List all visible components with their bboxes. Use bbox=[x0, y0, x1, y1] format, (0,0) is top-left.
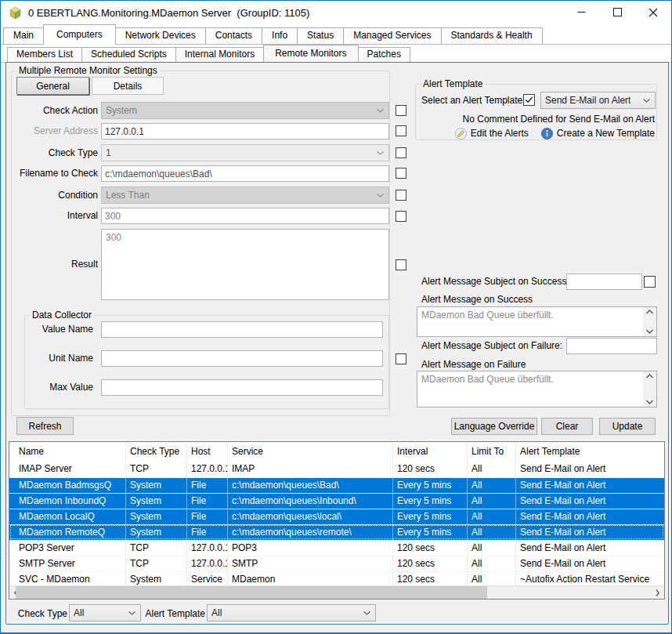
table-cell: All bbox=[468, 556, 516, 571]
title-bar: 0 EBERTLANG.Monitoring.MDaemon Server (G… bbox=[1, 1, 671, 24]
column-header-service[interactable]: Service bbox=[228, 442, 393, 462]
table-cell: TCP bbox=[126, 462, 187, 477]
unit-name-override-checkbox[interactable] bbox=[396, 353, 406, 364]
interval-override-checkbox[interactable] bbox=[396, 211, 406, 222]
monitor-table-body: IMAP ServerTCP127.0.0.1IMAP120 secsAllSe… bbox=[9, 462, 664, 587]
tab-info[interactable]: Info bbox=[262, 27, 298, 44]
table-cell: TCP bbox=[126, 556, 187, 571]
result-textarea[interactable]: 300 bbox=[101, 229, 389, 300]
message-success-textarea[interactable]: MDaemon Bad Queue überfüllt. bbox=[417, 306, 657, 337]
message-failure-label: Alert Message on Failure bbox=[421, 358, 578, 371]
filter-check-type-value: All bbox=[74, 607, 84, 618]
result-override-checkbox[interactable] bbox=[396, 259, 406, 270]
check-type-override-checkbox[interactable] bbox=[396, 147, 406, 158]
server-address-input[interactable] bbox=[101, 123, 389, 139]
column-header-limit-to[interactable]: Limit To bbox=[468, 442, 516, 462]
table-cell: MDaemon BadmsgsQ bbox=[9, 478, 126, 493]
filter-check-type-label: Check Type bbox=[16, 605, 67, 622]
value-name-input[interactable] bbox=[101, 321, 383, 338]
alert-template-select[interactable]: Send E-Mail on Alert bbox=[540, 92, 656, 109]
column-header-alert-template[interactable]: Alert Template bbox=[516, 442, 664, 462]
create-template-link[interactable]: Create a New Template bbox=[541, 128, 655, 139]
tab-computers[interactable]: Computers bbox=[43, 24, 116, 45]
table-row[interactable]: IMAP ServerTCP127.0.0.1IMAP120 secsAllSe… bbox=[9, 462, 664, 477]
table-row[interactable]: MDaemon RemoteQSystemFilec:\mdaemon\queu… bbox=[9, 524, 664, 540]
scrollbar-thumb[interactable] bbox=[16, 586, 487, 599]
check-action-override-checkbox[interactable] bbox=[396, 105, 406, 116]
column-header-name[interactable]: Name bbox=[9, 442, 126, 462]
table-cell: c:\mdaemon\queues\remote\ bbox=[228, 525, 393, 540]
filter-alert-template-select[interactable]: All bbox=[207, 604, 376, 621]
subject-success-input[interactable] bbox=[566, 274, 642, 290]
tab-managed-services[interactable]: Managed Services bbox=[343, 27, 441, 44]
max-value-input[interactable] bbox=[101, 379, 383, 396]
subject-success-override-checkbox[interactable] bbox=[644, 276, 656, 288]
filename-label: Filename to Check bbox=[12, 165, 98, 182]
tab-scheduled-scripts[interactable]: Scheduled Scripts bbox=[81, 47, 176, 62]
tab-patches[interactable]: Patches bbox=[358, 47, 410, 62]
close-button[interactable] bbox=[635, 1, 671, 24]
table-row[interactable]: SMTP ServerTCP127.0.0.1SMTP120 secsAllSe… bbox=[9, 556, 664, 571]
message-success-value: MDaemon Bad Queue überfüllt. bbox=[421, 310, 639, 321]
filename-input[interactable] bbox=[101, 165, 389, 182]
table-cell: 120 secs bbox=[393, 541, 468, 556]
edit-alerts-label: Edit the Alerts bbox=[471, 128, 529, 139]
tab-network-devices[interactable]: Network Devices bbox=[115, 27, 206, 44]
language-override-label: Language Override bbox=[454, 421, 535, 432]
clear-button[interactable]: Clear bbox=[541, 418, 593, 435]
tab-contacts[interactable]: Contacts bbox=[205, 27, 262, 44]
vertical-scrollbar[interactable] bbox=[643, 371, 656, 407]
filename-override-checkbox[interactable] bbox=[396, 168, 406, 179]
template-comment: No Comment Defined for Send E-Mail on Al… bbox=[418, 113, 655, 125]
column-header-check-type[interactable]: Check Type bbox=[126, 442, 187, 462]
table-cell: Send E-Mail on Alert bbox=[516, 494, 664, 509]
refresh-button[interactable]: Refresh bbox=[16, 417, 74, 435]
select-template-checkbox[interactable] bbox=[523, 94, 535, 106]
check-action-select[interactable]: System bbox=[101, 102, 389, 119]
tab-main[interactable]: Main bbox=[3, 27, 44, 44]
edit-alerts-link[interactable]: Edit the Alerts bbox=[455, 128, 529, 139]
maximize-button[interactable] bbox=[599, 1, 635, 24]
tab-members-list[interactable]: Members List bbox=[7, 47, 82, 62]
general-view-button[interactable]: General bbox=[16, 77, 89, 95]
check-type-select[interactable]: 1 bbox=[101, 144, 389, 161]
unit-name-label: Unit Name bbox=[24, 350, 93, 367]
server-address-override-checkbox[interactable] bbox=[396, 125, 406, 136]
table-row[interactable]: MDaemon BadmsgsQSystemFilec:\mdaemon\que… bbox=[9, 477, 664, 493]
table-row[interactable]: MDaemon InboundQSystemFilec:\mdaemon\que… bbox=[9, 493, 664, 509]
chevron-down-icon bbox=[377, 109, 384, 113]
minimize-button[interactable] bbox=[563, 1, 599, 24]
subject-failure-input[interactable] bbox=[566, 338, 657, 354]
scroll-right-icon[interactable] bbox=[651, 586, 664, 599]
details-view-button[interactable]: Details bbox=[92, 77, 164, 95]
tab-internal-monitors[interactable]: Internal Monitors bbox=[175, 47, 264, 62]
monitor-table-header: NameCheck TypeHostServiceIntervalLimit T… bbox=[9, 442, 664, 462]
table-row[interactable]: POP3 ServerTCP127.0.0.1POP3120 secsAllSe… bbox=[9, 540, 664, 556]
tab-remote-monitors[interactable]: Remote Monitors bbox=[263, 45, 358, 63]
column-header-host[interactable]: Host bbox=[187, 442, 228, 462]
table-cell: IMAP bbox=[228, 462, 393, 477]
general-view-label: General bbox=[36, 81, 70, 92]
table-row[interactable]: MDaemon LocalQSystemFilec:\mdaemon\queue… bbox=[9, 509, 664, 524]
table-cell: Every 5 mins bbox=[393, 478, 468, 493]
update-button[interactable]: Update bbox=[599, 418, 656, 435]
table-row[interactable]: SVC - MDaemonSystemServiceMDaemon120 sec… bbox=[9, 571, 664, 587]
condition-value: Less Than bbox=[106, 190, 150, 201]
table-cell: Send E-Mail on Alert bbox=[516, 541, 664, 556]
vertical-scrollbar[interactable] bbox=[643, 307, 656, 336]
minimize-icon bbox=[577, 8, 586, 16]
interval-input[interactable] bbox=[101, 208, 389, 224]
tab-status[interactable]: Status bbox=[297, 27, 344, 44]
condition-select[interactable]: Less Than bbox=[101, 187, 389, 204]
tab-standards-health[interactable]: Standards & Health bbox=[441, 27, 543, 44]
language-override-button[interactable]: Language Override bbox=[451, 418, 537, 435]
message-failure-textarea[interactable]: MDaemon Bad Queue überfüllt. bbox=[417, 371, 657, 408]
condition-override-checkbox[interactable] bbox=[396, 190, 406, 201]
filter-check-type-select[interactable]: All bbox=[69, 604, 141, 621]
edit-pencil-icon bbox=[455, 128, 467, 139]
table-cell: Send E-Mail on Alert bbox=[516, 525, 664, 540]
table-cell: Send E-Mail on Alert bbox=[516, 509, 664, 524]
column-header-interval[interactable]: Interval bbox=[393, 442, 468, 462]
horizontal-scrollbar[interactable] bbox=[9, 585, 664, 599]
unit-name-input[interactable] bbox=[101, 350, 383, 367]
